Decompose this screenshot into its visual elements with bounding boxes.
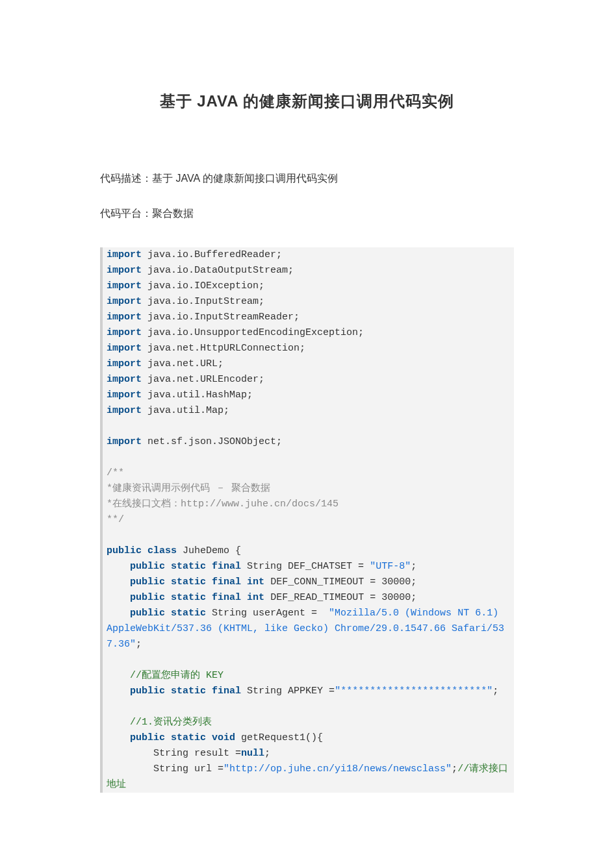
- keyword-final: final: [212, 561, 241, 572]
- space: [206, 577, 212, 588]
- indent: [107, 732, 130, 743]
- code-text: java.net.URL;: [142, 358, 224, 369]
- keyword-import: import: [107, 390, 142, 401]
- indent: [107, 686, 130, 697]
- code-line-blank: [100, 450, 514, 465]
- code-line: import java.net.HttpURLConnection;: [100, 341, 514, 356]
- keyword-import: import: [107, 312, 142, 323]
- space: [206, 732, 212, 743]
- code-text: String userAgent =: [206, 608, 329, 619]
- indent: [107, 577, 130, 588]
- code-text: java.net.URLEncoder;: [142, 374, 264, 385]
- keyword-static: static: [171, 732, 206, 743]
- string-literal: "http://op.juhe.cn/yi18/news/newsclass": [224, 763, 452, 775]
- string-literal: "UTF-8": [370, 561, 411, 572]
- keyword-static: static: [171, 561, 206, 572]
- code-line-blank: [100, 652, 514, 668]
- space: [165, 732, 171, 743]
- code-text: String DEF_CHATSET =: [241, 561, 370, 572]
- indent: [107, 592, 130, 603]
- code-block: import java.io.BufferedReader; import ja…: [100, 247, 514, 793]
- code-text: getRequest1(){: [235, 732, 323, 743]
- code-line-comment: **/: [100, 512, 514, 528]
- comment: //配置您申请的 KEY: [107, 670, 224, 681]
- keyword-import: import: [107, 327, 142, 338]
- code-line-comment: //配置您申请的 KEY: [100, 668, 514, 684]
- code-line: String result =null;: [100, 746, 514, 762]
- code-line: import java.io.BufferedReader;: [100, 247, 514, 263]
- keyword-import: import: [107, 405, 142, 416]
- keyword-import: import: [107, 265, 142, 276]
- code-line: import java.net.URLEncoder;: [100, 372, 514, 388]
- keyword-static: static: [171, 577, 206, 588]
- code-text: DEF_CONN_TIMEOUT = 30000;: [264, 577, 416, 588]
- code-text: java.io.IOException;: [142, 280, 264, 291]
- keyword-static: static: [171, 686, 206, 697]
- keyword-class: class: [147, 545, 177, 556]
- code-description: 代码描述：基于 JAVA 的健康新闻接口调用代码实例: [100, 170, 514, 187]
- code-line: public static final String APPKEY ="****…: [100, 684, 514, 699]
- code-line: import java.io.DataOutputStream;: [100, 263, 514, 279]
- code-line: public class JuheDemo {: [100, 543, 514, 559]
- keyword-int: int: [247, 577, 264, 588]
- code-line: String url ="http://op.juhe.cn/yi18/news…: [100, 762, 514, 793]
- code-line-blank: [100, 528, 514, 543]
- comment-url: http://www.juhe.cn/docs/145: [181, 499, 339, 510]
- code-text: net.sf.json.JSONObject;: [142, 436, 282, 447]
- keyword-public: public: [130, 561, 165, 572]
- code-line: public static final String DEF_CHATSET =…: [100, 559, 514, 575]
- code-text: ;: [452, 763, 457, 775]
- code-line-comment: *在线接口文档：http://www.juhe.cn/docs/145: [100, 497, 514, 512]
- string-literal: "*************************": [335, 686, 492, 697]
- keyword-public: public: [107, 545, 142, 556]
- space: [206, 592, 212, 603]
- code-text: ;: [136, 639, 142, 650]
- code-text: ;: [492, 686, 498, 697]
- keyword-final: final: [212, 686, 241, 697]
- code-text: java.net.HttpURLConnection;: [142, 343, 305, 354]
- code-text: java.util.HashMap;: [142, 390, 253, 401]
- code-text: DEF_READ_TIMEOUT = 30000;: [264, 592, 416, 603]
- code-line: import java.util.HashMap;: [100, 388, 514, 403]
- code-line: import java.net.URL;: [100, 356, 514, 372]
- space: [165, 608, 171, 619]
- keyword-int: int: [247, 592, 264, 603]
- code-text: java.util.Map;: [142, 405, 229, 416]
- comment: /**: [107, 467, 124, 478]
- space: [206, 561, 212, 572]
- code-line: import java.io.InputStream;: [100, 294, 514, 310]
- code-line: import java.io.UnsupportedEncodingExcept…: [100, 325, 514, 341]
- document-page: 基于 JAVA 的健康新闻接口调用代码实例 代码描述：基于 JAVA 的健康新闻…: [0, 0, 614, 832]
- code-text: java.io.DataOutputStream;: [142, 265, 294, 276]
- keyword-final: final: [212, 592, 241, 603]
- code-line: public static final int DEF_CONN_TIMEOUT…: [100, 575, 514, 590]
- keyword-import: import: [107, 343, 142, 354]
- indent: [107, 608, 130, 619]
- code-text: String APPKEY =: [241, 686, 335, 697]
- code-text: ;: [264, 748, 270, 759]
- code-text: java.io.UnsupportedEncodingException;: [142, 327, 364, 338]
- platform-label: 代码平台：: [100, 208, 152, 219]
- code-text: java.io.InputStreamReader;: [142, 312, 300, 323]
- keyword-public: public: [130, 608, 165, 619]
- space: [165, 592, 171, 603]
- keyword-final: final: [212, 577, 241, 588]
- desc-value: 基于 JAVA 的健康新闻接口调用代码实例: [152, 173, 338, 184]
- code-line-blank: [100, 699, 514, 715]
- comment: //1.资讯分类列表: [107, 717, 212, 728]
- space: [241, 592, 247, 603]
- keyword-public: public: [130, 732, 165, 743]
- comment: *在线接口文档：: [107, 499, 181, 510]
- code-text: String result =: [107, 748, 241, 759]
- code-line-comment: *健康资讯调用示例代码 － 聚合数据: [100, 481, 514, 497]
- code-text: String url =: [107, 763, 224, 775]
- code-line-blank: [100, 419, 514, 434]
- code-line: import java.io.IOException;: [100, 279, 514, 294]
- space: [142, 545, 147, 556]
- page-title: 基于 JAVA 的健康新闻接口调用代码实例: [100, 91, 514, 112]
- keyword-import: import: [107, 249, 142, 260]
- platform-value: 聚合数据: [152, 208, 194, 219]
- space: [165, 577, 171, 588]
- keyword-void: void: [212, 732, 235, 743]
- keyword-public: public: [130, 577, 165, 588]
